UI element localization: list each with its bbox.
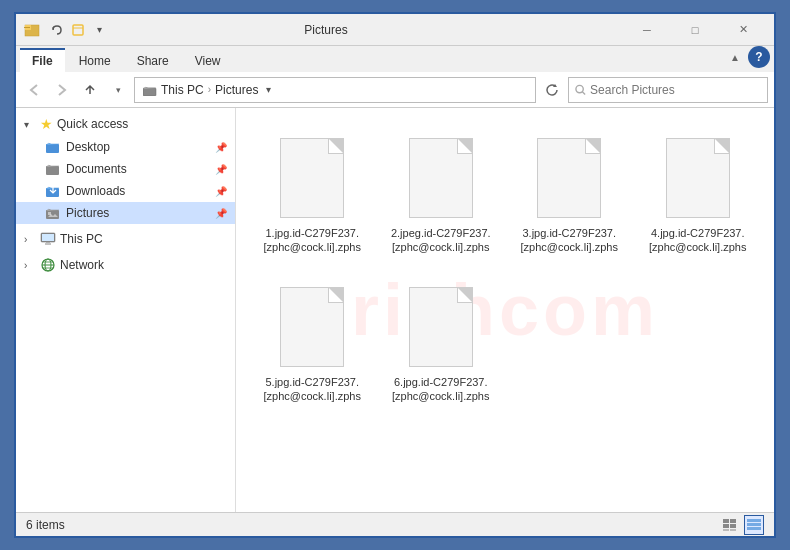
svg-rect-27 [723, 524, 729, 528]
titlebar: ▾ Pictures ─ □ ✕ [16, 14, 774, 46]
up-button[interactable] [78, 78, 102, 102]
tab-home[interactable]: Home [67, 48, 123, 72]
svg-rect-28 [730, 524, 736, 528]
svg-rect-32 [747, 523, 761, 526]
file-icon-3 [662, 134, 734, 222]
refresh-button[interactable] [540, 78, 564, 102]
documents-pin-icon: 📌 [215, 164, 227, 175]
file-page-1 [409, 138, 473, 218]
sidebar-item-pictures[interactable]: Pictures 📌 [16, 202, 235, 224]
path-thispc: This PC [161, 83, 204, 97]
expand-icon-network: › [24, 260, 36, 271]
file-item[interactable]: 5.jpg.id-C279F237.[zphc@cock.li].zphs [256, 277, 369, 410]
svg-rect-11 [46, 144, 59, 153]
main-area: ▾ ★ Quick access Desktop 📌 [16, 108, 774, 512]
help-button[interactable]: ? [748, 46, 770, 68]
expand-icon-thispc: › [24, 234, 36, 245]
pictures-folder-icon [46, 207, 60, 219]
file-item[interactable]: 3.jpg.id-C279F237.[zphc@cock.li].zphs [513, 128, 626, 261]
downloads-label: Downloads [66, 184, 125, 198]
sidebar-section-thispc: › This PC [16, 228, 235, 250]
window-title: Pictures [28, 23, 624, 37]
file-corner-4 [329, 288, 343, 302]
ribbon-help-area: ▲ ? [726, 46, 770, 72]
svg-rect-33 [747, 527, 761, 530]
file-icon-0 [276, 134, 348, 222]
svg-rect-12 [46, 166, 59, 175]
ribbon: File Home Share View ▲ ? [16, 46, 774, 72]
file-corner-2 [586, 139, 600, 153]
address-path[interactable]: This PC › Pictures ▾ [134, 77, 536, 103]
search-icon [575, 84, 586, 96]
downloads-pin-icon: 📌 [215, 186, 227, 197]
svg-rect-14 [46, 210, 59, 219]
file-name-4: 5.jpg.id-C279F237.[zphc@cock.li].zphs [262, 375, 362, 404]
tab-view[interactable]: View [183, 48, 233, 72]
path-pictures: Pictures [215, 83, 258, 97]
file-page-0 [280, 138, 344, 218]
explorer-window: ▾ Pictures ─ □ ✕ File Home Share View ▲ … [14, 12, 776, 538]
file-name-5: 6.jpg.id-C279F237.[zphc@cock.li].zphs [391, 375, 491, 404]
file-icon-2 [533, 134, 605, 222]
file-name-0: 1.jpg.id-C279F237.[zphc@cock.li].zphs [262, 226, 362, 255]
file-item[interactable]: 6.jpg.id-C279F237.[zphc@cock.li].zphs [385, 277, 498, 410]
desktop-pin-icon: 📌 [215, 142, 227, 153]
svg-rect-6 [143, 88, 156, 96]
minimize-button[interactable]: ─ [624, 14, 670, 46]
files-grid: 1.jpg.id-C279F237.[zphc@cock.li].zphs 2.… [236, 108, 774, 429]
close-button[interactable]: ✕ [720, 14, 766, 46]
file-name-3: 4.jpg.id-C279F237.[zphc@cock.li].zphs [648, 226, 748, 255]
file-page-3 [666, 138, 730, 218]
file-page-2 [537, 138, 601, 218]
path-sep1: › [208, 84, 211, 95]
file-corner-5 [458, 288, 472, 302]
ribbon-collapse-button[interactable]: ▲ [726, 52, 744, 63]
file-name-2: 3.jpg.id-C279F237.[zphc@cock.li].zphs [519, 226, 619, 255]
sidebar-item-downloads[interactable]: Downloads 📌 [16, 180, 235, 202]
pictures-pin-icon: 📌 [215, 208, 227, 219]
sidebar-item-documents[interactable]: Documents 📌 [16, 158, 235, 180]
svg-rect-30 [730, 529, 736, 531]
file-icon-5 [405, 283, 477, 371]
file-item[interactable]: 2.jpeg.id-C279F237.[zphc@cock.li].zphs [385, 128, 498, 261]
recent-locations-button[interactable]: ▾ [106, 78, 130, 102]
star-icon: ★ [40, 116, 53, 132]
sidebar-header-thispc[interactable]: › This PC [16, 228, 235, 250]
network-icon [40, 258, 56, 272]
sidebar-header-quick-access[interactable]: ▾ ★ Quick access [16, 112, 235, 136]
file-item[interactable]: 4.jpg.id-C279F237.[zphc@cock.li].zphs [642, 128, 755, 261]
sidebar-item-desktop[interactable]: Desktop 📌 [16, 136, 235, 158]
svg-rect-26 [730, 519, 736, 523]
pictures-label: Pictures [66, 206, 109, 220]
expand-icon-quick-access: ▾ [24, 119, 36, 130]
sidebar-section-network: › Network [16, 254, 235, 276]
documents-folder-icon [46, 163, 60, 175]
file-area: rishcom 1.jpg.id-C279F237.[zphc@cock.li]… [236, 108, 774, 512]
addressbar: ▾ This PC › Pictures ▾ [16, 72, 774, 108]
svg-rect-19 [42, 234, 54, 241]
back-button[interactable] [22, 78, 46, 102]
tab-share[interactable]: Share [125, 48, 181, 72]
svg-rect-31 [747, 519, 761, 522]
view-list-button[interactable] [720, 515, 740, 535]
file-item[interactable]: 1.jpg.id-C279F237.[zphc@cock.li].zphs [256, 128, 369, 261]
downloads-folder-icon [46, 184, 60, 198]
file-corner-1 [458, 139, 472, 153]
file-page-5 [409, 287, 473, 367]
path-dropdown[interactable]: ▾ [266, 84, 271, 95]
search-box[interactable] [568, 77, 768, 103]
window-controls: ─ □ ✕ [624, 14, 766, 46]
file-corner-0 [329, 139, 343, 153]
svg-point-9 [576, 85, 583, 92]
forward-button[interactable] [50, 78, 74, 102]
item-count: 6 items [26, 518, 65, 532]
svg-line-10 [582, 91, 585, 94]
statusbar: 6 items [16, 512, 774, 536]
view-icons-button[interactable] [744, 515, 764, 535]
statusbar-view-controls [720, 515, 764, 535]
maximize-button[interactable]: □ [672, 14, 718, 46]
search-input[interactable] [590, 83, 761, 97]
tab-file[interactable]: File [20, 48, 65, 72]
thispc-label: This PC [60, 232, 103, 246]
sidebar-header-network[interactable]: › Network [16, 254, 235, 276]
